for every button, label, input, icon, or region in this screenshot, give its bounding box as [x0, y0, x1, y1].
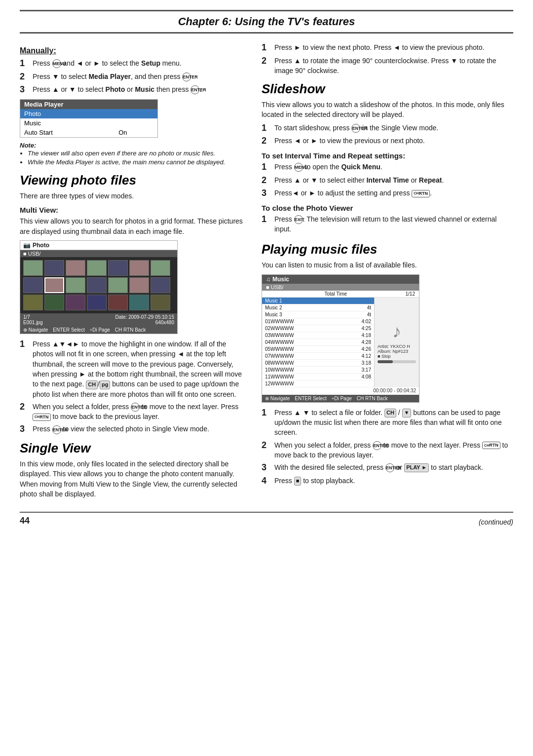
ch-key-icon: CH: [86, 380, 98, 389]
photo-thumb: [23, 260, 43, 276]
photo-viewer-header: 📷 Photo: [20, 241, 177, 250]
photo-thumb: [129, 277, 149, 293]
music-track: 11WWWWW4:08: [262, 374, 374, 380]
interval-title: To set Interval Time and Repeat settings…: [262, 151, 513, 160]
photo-thumb: [129, 260, 149, 276]
photo-thumb: [44, 295, 64, 310]
music-tracks: Music 1 Music 24t Music 34t 01WWWWW4:02 …: [262, 298, 375, 387]
photo-thumb: [108, 277, 128, 293]
left-column: Manually: 1 Press MENU and ◄ or ► to sel…: [20, 42, 247, 502]
sv-step2: 2 Press ▲ to rotate the image 90° counte…: [262, 56, 513, 76]
photo-thumb: [87, 277, 107, 293]
music-track: 05WWWWW4:26: [262, 346, 374, 353]
step-3: 3 Press ▲ or ▼ to select Photo or Music …: [20, 84, 247, 95]
single-view-title: Single View: [20, 441, 247, 456]
ss-step2: 2 Press ◄ or ► to view the previous or n…: [262, 136, 513, 147]
playing-music-intro: You can listen to music from a list of a…: [262, 260, 513, 270]
music-track: 02WWWWW4:25: [262, 325, 374, 332]
music-art: ♪ Artist: YKXCO H Album: Np#123 ■ Stop: [375, 298, 419, 387]
note-box: Note: The viewer will also open even if …: [20, 142, 247, 167]
enter-key-icon-2: ENTER: [190, 85, 199, 94]
media-player-header: Media Player: [20, 99, 158, 109]
music-track: Music 24t: [262, 304, 374, 311]
photo-viewer-box: 📷 Photo ■ USB/: [20, 240, 178, 334]
music-footer: ⊕ Navigate ENTER Select ÷Di Page CH RTN …: [262, 395, 419, 402]
photo-thumb: [66, 277, 85, 293]
play-icon: PLAY ►: [404, 463, 429, 472]
right-column: 1 Press ► to view the next photo. Press …: [262, 42, 513, 502]
enter-ss-icon: ENTER: [351, 124, 360, 133]
viewing-photos-title: Viewing photo files: [20, 173, 247, 188]
photo-thumb: [44, 277, 64, 293]
music-note-icon-header: ♫: [266, 276, 270, 283]
photo-thumb: [129, 295, 149, 310]
photo-thumb: [151, 260, 170, 276]
chapter-header: Chapter 6: Using the TV's features: [20, 10, 513, 34]
music-col-header: Total Time 1/12: [262, 291, 419, 298]
menu-key-icon: MENU: [52, 59, 61, 68]
music-player-box: ♫ Music ■ USB/ Total Time 1/12 Music 1 M…: [262, 274, 419, 403]
ch-rtn-pm-icon: CHRTN: [482, 442, 500, 449]
mv-step2: 2 When you select a folder, press ENTER …: [20, 402, 247, 422]
music-track: 12WWWWW: [262, 380, 374, 387]
music-time: 00:00:00 - 00:04:32: [262, 387, 419, 394]
photo-viewer-path: ■ USB/: [20, 250, 177, 257]
enter-pm-icon: ENTER: [373, 441, 381, 450]
auto-start-row: Auto Start: [20, 128, 115, 138]
pm-step3: 3 With the desired file selected, press …: [262, 462, 513, 473]
music-track: 03WWWWW4:18: [262, 332, 374, 339]
photo-grid: [20, 257, 177, 313]
music-note-big-icon: ♪: [392, 321, 401, 342]
photo-thumb: [23, 295, 43, 310]
continued-label: (continued): [479, 518, 513, 526]
single-view-desc: In this view mode, only files located in…: [20, 459, 247, 499]
music-progress-bar: [378, 360, 416, 363]
mv-step3: 3 Press ENTER to view the selected photo…: [20, 424, 247, 435]
menu-interval-icon: MENU: [294, 163, 303, 172]
photo-thumb: [66, 260, 85, 276]
step-2: 2 Press ▼ to select Media Player, and th…: [20, 72, 247, 82]
music-player-path: ■ USB/: [262, 284, 419, 291]
enter-key-icon-4: ENTER: [52, 425, 61, 434]
enter-key-icon-3: ENTER: [131, 403, 140, 412]
bottom-bar: 44 (continued): [20, 512, 513, 526]
music-track: Music 1: [262, 298, 374, 304]
page-number: 44: [20, 516, 30, 526]
music-row: Music: [20, 118, 115, 128]
note-label: Note:: [20, 142, 247, 149]
stop-icon: ■: [294, 477, 302, 486]
photo-viewer-footer: 1/7E001.jpg Date: 2009-07-29 05:10:15640…: [20, 313, 177, 326]
slideshow-title: Slideshow: [262, 81, 513, 97]
photo-thumb: [87, 295, 107, 310]
music-list: Music 1 Music 24t Music 34t 01WWWWW4:02 …: [262, 298, 419, 387]
photo-thumb: [23, 277, 43, 293]
enter-pm-icon-2: ENTER: [385, 463, 394, 472]
pm-step1: 1 Press ▲ ▼ to select a file or folder. …: [262, 408, 513, 438]
photo-thumb: [44, 260, 64, 276]
pm-step4: 4 Press ■ to stop playback.: [262, 476, 513, 487]
multi-view-label: Multi View:: [20, 206, 247, 214]
music-track: 10WWWWW3:17: [262, 367, 374, 374]
playing-music-title: Playing music files: [262, 242, 513, 257]
exit-key-icon: EXIT: [294, 215, 303, 224]
photo-thumb: [87, 260, 107, 276]
sv-step1: 1 Press ► to view the next photo. Press …: [262, 42, 513, 53]
pg-pm-icon: ▼: [402, 409, 412, 417]
multi-view-desc: This view allows you to search for photo…: [20, 216, 247, 236]
ch-pm-icon: CH: [384, 409, 396, 417]
interval-step2: 2 Press ▲ or ▼ to select either Interval…: [262, 175, 513, 186]
close-viewer-title: To close the Photo Viewer: [262, 204, 513, 212]
music-track: 04WWWWW4:28: [262, 339, 374, 346]
music-track: 01WWWWW4:02: [262, 318, 374, 325]
music-track: Music 34t: [262, 311, 374, 318]
music-progress-fill: [378, 360, 393, 363]
pm-step2: 2 When you select a folder, press ENTER …: [262, 440, 513, 460]
note-item-1: The viewer will also open even if there …: [28, 149, 247, 158]
ss-step1: 1 To start slideshow, press ENTER in the…: [262, 123, 513, 134]
manually-section: Manually: 1 Press MENU and ◄ or ► to sel…: [20, 46, 247, 167]
mv-step1: 1 Press ▲▼◄► to move the highlight in on…: [20, 339, 247, 399]
close-step1: 1 Press EXIT. The television will return…: [262, 214, 513, 234]
step-1: 1 Press MENU and ◄ or ► to select the Se…: [20, 58, 247, 69]
photo-thumb: [66, 295, 85, 310]
enter-key-icon: ENTER: [182, 73, 191, 81]
